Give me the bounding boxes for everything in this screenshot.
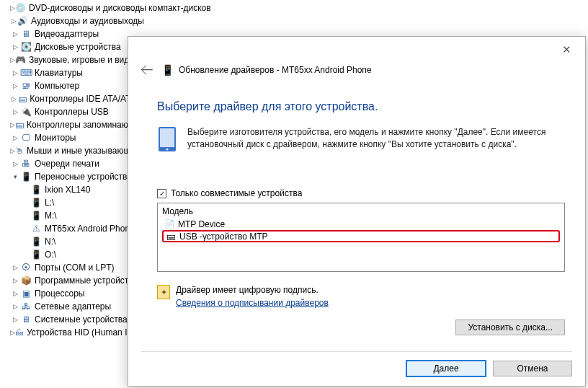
expand-icon: ▷ [10, 30, 20, 38]
device-type-icon: ⌨ [20, 67, 32, 79]
expand-icon: ▷ [10, 121, 15, 128]
device-type-icon: 💿 [15, 2, 26, 14]
device-type-icon: ▣ [20, 288, 32, 299]
tree-item[interactable]: ▷🖴Контроллеры IDE ATA/ATAPI [0, 92, 144, 105]
tree-item-label: Компьютер [35, 81, 79, 91]
model-label: MTP Device [178, 219, 225, 229]
tree-item-label: Мониторы [35, 133, 76, 143]
model-listbox[interactable]: Модель 📄MTP Device🖴USB -устройство MTP [157, 203, 565, 272]
tree-item-label: Дисковые устройства [35, 42, 121, 52]
tree-item[interactable]: 📱M:\ [0, 209, 144, 222]
expand-icon: ▷ [10, 4, 15, 12]
tree-item-label: Клавиатуры [35, 68, 83, 78]
device-type-icon: 📱 [30, 197, 42, 208]
install-from-disk-button[interactable]: Установить с диска... [455, 319, 565, 335]
tree-item[interactable]: ▷🖥Видеоадаптеры [0, 27, 144, 40]
model-icon: 🖴 [165, 232, 177, 242]
tree-item[interactable]: 📱O:\ [0, 248, 144, 261]
tree-item[interactable]: ▷🖴Контроллеры запоминающих устройств [0, 118, 144, 131]
svg-rect-1 [160, 128, 174, 147]
expand-icon: ▷ [10, 290, 20, 297]
device-type-icon: 📱 [30, 184, 42, 195]
tree-item[interactable]: 📱N:\ [0, 235, 144, 248]
signature-text: Драйвер имеет цифровую подпись. [176, 285, 329, 295]
next-button[interactable]: Далее [406, 361, 486, 376]
expand-icon: ▷ [10, 277, 20, 284]
device-type-icon: 🖶 [20, 158, 32, 169]
tree-item[interactable]: ▾📱Переносные устройства [0, 170, 144, 183]
tree-item[interactable]: ▷💿DVD-дисководы и дисководы компакт-диск… [0, 1, 144, 14]
checkbox-icon: ✓ [157, 189, 166, 198]
compatible-checkbox-row[interactable]: ✓ Только совместимые устройства [157, 188, 565, 198]
tree-item[interactable]: ▷🖳Компьютер [0, 79, 144, 92]
certificate-icon: ✦ [157, 285, 170, 299]
dialog-heading: Выберите драйвер для этого устройства. [157, 100, 565, 113]
tree-item[interactable]: ▷🖮Устройства HID (Human Interface Device… [0, 326, 144, 339]
tree-item[interactable]: 📱Ixion XL140 [0, 183, 144, 196]
tree-item-label: Порты (COM и LPT) [35, 263, 115, 273]
tree-item[interactable]: ▷🖱Мыши и иные указывающие устройства [0, 144, 144, 157]
tree-item[interactable]: ▷🖵Мониторы [0, 131, 144, 144]
model-icon: 📄 [164, 219, 175, 229]
device-tree: ▷💿DVD-дисководы и дисководы компакт-диск… [0, 0, 144, 340]
device-type-icon: 🖮 [15, 327, 24, 338]
device-type-icon: ⦿ [20, 262, 32, 273]
dialog-title: Обновление драйверов - MT65xx Android Ph… [179, 65, 372, 75]
tree-item[interactable]: ▷▣Процессоры [0, 287, 144, 300]
tree-item-label: M:\ [45, 211, 57, 221]
tree-item[interactable]: ⚠MT65xx Android Phone [0, 222, 144, 235]
model-list-item[interactable]: 📄MTP Device [162, 218, 560, 230]
device-type-icon: ⚠ [30, 223, 42, 234]
device-type-icon: 🖧 [20, 301, 32, 312]
tree-item-label: Системные устройства [35, 314, 128, 325]
tree-item[interactable]: ▷🖶Очереди печати [0, 157, 144, 170]
tree-item[interactable]: ▷⦿Порты (COM и LPT) [0, 261, 144, 274]
dialog-body: Выберите драйвер для этого устройства. В… [128, 83, 585, 308]
tree-item[interactable]: ▷🖧Сетевые адаптеры [0, 300, 144, 313]
expand-icon: ▷ [10, 17, 17, 25]
device-type-icon: 🔊 [17, 15, 28, 27]
tree-item[interactable]: ▷💽Дисковые устройства [0, 40, 144, 53]
model-list-item[interactable]: 🖴USB -устройство MTP [162, 230, 560, 242]
tree-item[interactable]: ▷🔌Контроллеры USB [0, 105, 144, 118]
device-type-icon: 🖥 [20, 314, 32, 325]
back-button[interactable]: 🡠 [138, 61, 156, 79]
device-type-icon: 📱 [30, 236, 42, 247]
tree-item[interactable]: ▷🔊Аудиовходы и аудиовыходы [0, 14, 144, 27]
device-type-icon: 📱 [30, 210, 42, 221]
signature-info-link[interactable]: Сведения о подписывании драйверов [176, 298, 329, 308]
close-button[interactable]: ✕ [551, 40, 582, 60]
cancel-button[interactable]: Отмена [493, 361, 572, 376]
device-type-icon: 📦 [20, 275, 32, 286]
tree-item-label: Контроллеры USB [35, 107, 109, 117]
tree-item[interactable]: 📱L:\ [0, 196, 144, 209]
device-type-icon: 📱 [20, 171, 32, 182]
device-type-icon: 🎮 [15, 54, 26, 66]
device-type-icon: 🖵 [20, 132, 32, 144]
device-type-icon: 🖴 [18, 93, 27, 105]
expand-icon: ▷ [10, 56, 15, 63]
device-type-icon: 📱 [30, 249, 42, 260]
instruction-text: Выберите изготовителя устройства, его мо… [187, 126, 565, 152]
tree-item[interactable]: ▷🖥Системные устройства [0, 313, 144, 326]
svg-point-2 [166, 148, 168, 150]
tree-item[interactable]: ▷⌨Клавиатуры [0, 66, 144, 79]
expand-icon: ▷ [10, 43, 20, 50]
tree-item-label: O:\ [45, 250, 56, 260]
expand-icon: ▷ [10, 303, 20, 310]
tree-item-label: Аудиовходы и аудиовыходы [31, 16, 144, 26]
signature-block: Драйвер имеет цифровую подпись. Сведения… [176, 285, 329, 308]
tree-item-label: Видеоадаптеры [35, 29, 99, 39]
expand-icon: ▷ [10, 82, 20, 89]
tree-item-label: N:\ [45, 237, 55, 247]
device-icon [157, 126, 177, 152]
tree-item[interactable]: ▷📦Программные устройства [0, 274, 144, 287]
tree-item[interactable]: ▷🎮Звуковые, игровые и видеоустройства [0, 53, 144, 66]
tree-item-label: DVD-дисководы и дисководы компакт-дисков [29, 3, 211, 13]
expand-icon: ▷ [10, 134, 20, 141]
model-label: USB -устройство MTP [179, 232, 268, 242]
expand-icon: ▷ [10, 108, 20, 115]
device-type-icon: 🔌 [20, 106, 32, 118]
tree-item-label: MT65xx Android Phone [45, 224, 135, 234]
expand-icon: ▷ [10, 147, 15, 154]
